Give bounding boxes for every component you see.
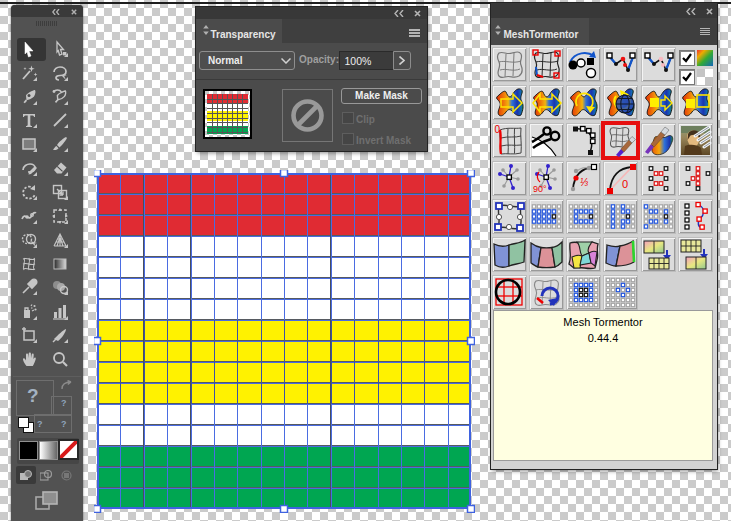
svg-text:90°: 90°: [533, 184, 547, 194]
svg-text:0: 0: [494, 124, 500, 135]
svg-text:⅓: ⅓: [580, 177, 588, 188]
svg-text:0: 0: [622, 178, 628, 190]
